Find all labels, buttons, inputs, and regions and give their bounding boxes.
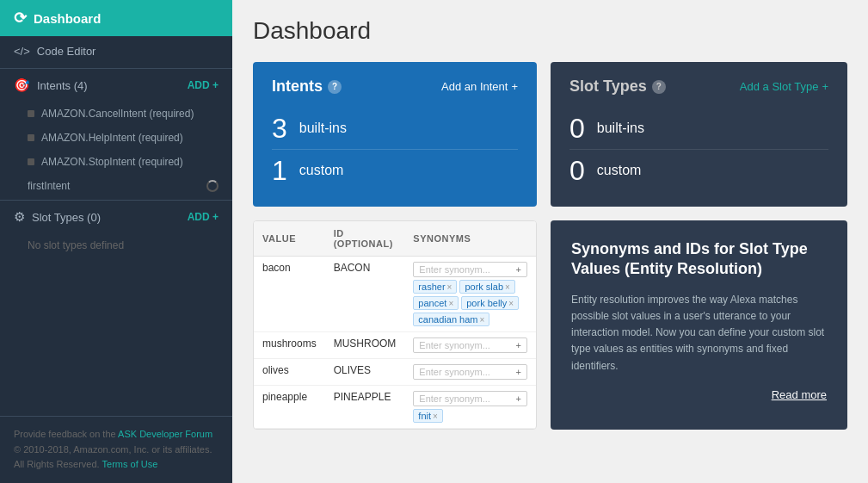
col-value: VALUE: [254, 221, 325, 257]
intents-custom-number: 1: [272, 157, 287, 184]
intents-card-title: Intents ?: [272, 77, 342, 96]
intents-builtins-label: built-ins: [299, 121, 347, 136]
table-cell-synonyms: Enter synonym...+: [404, 359, 536, 386]
synonym-tag-remove[interactable]: ×: [505, 282, 510, 292]
info-card: Synonyms and IDs for Slot Type Values (E…: [551, 220, 847, 430]
slot-types-add-label: Add a Slot Type: [740, 80, 819, 93]
sidebar-code-label: Code Editor: [37, 45, 96, 58]
table-cell-value: olives: [254, 359, 325, 386]
sidebar-header[interactable]: ⟳ Dashboard: [0, 0, 232, 36]
table-cell-value: mushrooms: [254, 332, 325, 359]
synonym-tag-remove[interactable]: ×: [448, 299, 453, 308]
intents-builtins-stat: 3 built-ins: [272, 108, 518, 150]
synonym-tag: pancet×: [413, 296, 459, 310]
intents-add-button[interactable]: ADD +: [188, 79, 219, 91]
synonym-add-button[interactable]: +: [516, 264, 521, 275]
sidebar-item-code-editor[interactable]: </> Code Editor: [0, 36, 232, 66]
info-card-title: Synonyms and IDs for Slot Type Values (E…: [571, 239, 827, 280]
col-synonyms: SYNONYMS: [404, 221, 536, 257]
table-card: VALUE ID (OPTIONAL) SYNONYMS baconBACONE…: [253, 220, 537, 430]
synonym-input[interactable]: Enter synonym...: [419, 393, 490, 404]
help-intent-dot: [28, 134, 34, 141]
table-cell-synonyms: Enter synonym...+fnit×: [404, 386, 536, 429]
synonym-add-button[interactable]: +: [516, 393, 521, 404]
first-intent-label: firstIntent: [28, 180, 70, 192]
intents-add-plus: +: [511, 80, 518, 93]
col-id: ID (OPTIONAL): [325, 221, 405, 257]
sidebar-section-slot-types: ⚙ Slot Types (0) ADD + No slot types def…: [0, 200, 232, 257]
first-intent-spinner: [206, 180, 219, 192]
slot-types-header-left: ⚙ Slot Types (0): [14, 209, 101, 225]
intents-help-icon[interactable]: ?: [328, 80, 342, 94]
bottom-row: VALUE ID (OPTIONAL) SYNONYMS baconBACONE…: [253, 220, 847, 430]
slot-types-help-icon[interactable]: ?: [652, 80, 666, 94]
slot-types-builtins-number: 0: [569, 115, 585, 142]
slot-types-add-link[interactable]: Add a Slot Type +: [740, 80, 828, 93]
synonym-tag-remove[interactable]: ×: [479, 315, 484, 325]
intents-title-text: Intents: [272, 77, 323, 96]
intents-icon: 🎯: [14, 77, 30, 93]
sidebar-slot-types-header: ⚙ Slot Types (0) ADD +: [0, 201, 232, 233]
table-row: pineapplePINEAPPLEEnter synonym...+fnit×: [254, 386, 536, 429]
synonym-tags-container: fnit×: [413, 409, 527, 423]
help-intent-label: AMAZON.HelpIntent (required): [41, 132, 183, 144]
cancel-intent-dot: [28, 110, 34, 117]
code-icon: </>: [14, 45, 30, 58]
sidebar-intents-header: 🎯 Intents (4) ADD +: [0, 69, 232, 102]
sidebar-section-intents: 🎯 Intents (4) ADD + AMAZON.CancelIntent …: [0, 68, 232, 198]
read-more-link[interactable]: Read more: [571, 388, 827, 401]
main-content: Dashboard Intents ? Add an Intent + 3 bu…: [232, 0, 868, 483]
intents-card: Intents ? Add an Intent + 3 built-ins 1 …: [253, 62, 537, 207]
slot-table: VALUE ID (OPTIONAL) SYNONYMS baconBACONE…: [254, 221, 536, 429]
footer-forum-link[interactable]: ASK Developer Forum: [118, 429, 212, 439]
page-title: Dashboard: [253, 17, 847, 45]
sidebar-item-help-intent[interactable]: AMAZON.HelpIntent (required): [0, 126, 232, 150]
sidebar-footer: Provide feedback on the ASK Developer Fo…: [0, 416, 232, 483]
intents-add-label: Add an Intent: [441, 80, 508, 93]
synonym-input-container: Enter synonym...+: [413, 364, 527, 380]
intents-add-link[interactable]: Add an Intent +: [441, 80, 518, 93]
synonym-tag: rasher×: [413, 280, 457, 294]
synonym-tag: pork belly×: [461, 296, 519, 310]
slot-types-custom-label: custom: [597, 163, 642, 178]
synonym-add-button[interactable]: +: [516, 367, 521, 377]
synonym-tag-remove[interactable]: ×: [447, 282, 452, 292]
synonym-tag: canadian ham×: [413, 313, 489, 326]
slot-types-title-text: Slot Types: [569, 77, 647, 96]
table-cell-value: pineapple: [254, 386, 325, 429]
table-cell-id: PINEAPPLE: [325, 386, 405, 429]
stop-intent-label: AMAZON.StopIntent (required): [41, 156, 183, 168]
dashboard-icon: ⟳: [14, 9, 27, 28]
cards-row: Intents ? Add an Intent + 3 built-ins 1 …: [253, 62, 847, 207]
synonym-tag-remove[interactable]: ×: [433, 412, 438, 421]
synonym-tag: fnit×: [413, 409, 443, 423]
synonym-input[interactable]: Enter synonym...: [419, 264, 490, 275]
synonym-tag-remove[interactable]: ×: [508, 299, 514, 308]
footer-terms-link[interactable]: Terms of Use: [102, 459, 158, 469]
synonym-input-container: Enter synonym...+: [413, 391, 527, 406]
intents-custom-label: custom: [299, 163, 344, 178]
synonym-input-container: Enter synonym...+: [413, 262, 527, 277]
sidebar: ⟳ Dashboard </> Code Editor 🎯 Intents (4…: [0, 0, 232, 483]
table-cell-id: MUSHROOM: [325, 332, 405, 359]
footer-copyright: © 2010-2018, Amazon.com, Inc. or its aff…: [14, 444, 212, 455]
slot-types-builtins-stat: 0 built-ins: [569, 108, 828, 150]
no-slot-types-label: No slot types defined: [0, 233, 232, 257]
synonym-input-container: Enter synonym...+: [413, 337, 527, 353]
slot-types-card-title: Slot Types ?: [569, 77, 666, 96]
table-row: mushroomsMUSHROOMEnter synonym...+: [254, 332, 536, 359]
synonym-input[interactable]: Enter synonym...: [419, 367, 490, 377]
slot-types-builtins-label: built-ins: [597, 121, 644, 136]
sidebar-item-first-intent[interactable]: firstIntent: [0, 174, 232, 198]
slot-types-custom-stat: 0 custom: [569, 150, 828, 191]
synonym-add-button[interactable]: +: [516, 340, 521, 350]
sidebar-item-cancel-intent[interactable]: AMAZON.CancelIntent (required): [0, 102, 232, 126]
slot-types-add-button[interactable]: ADD +: [188, 211, 219, 223]
synonym-input[interactable]: Enter synonym...: [419, 340, 490, 350]
sidebar-item-stop-intent[interactable]: AMAZON.StopIntent (required): [0, 150, 232, 174]
table-header-row: VALUE ID (OPTIONAL) SYNONYMS: [254, 221, 536, 257]
intents-builtins-number: 3: [272, 115, 287, 142]
cancel-intent-label: AMAZON.CancelIntent (required): [41, 108, 194, 120]
table-cell-synonyms: Enter synonym...+: [404, 332, 536, 359]
table-cell-value: bacon: [254, 257, 325, 332]
